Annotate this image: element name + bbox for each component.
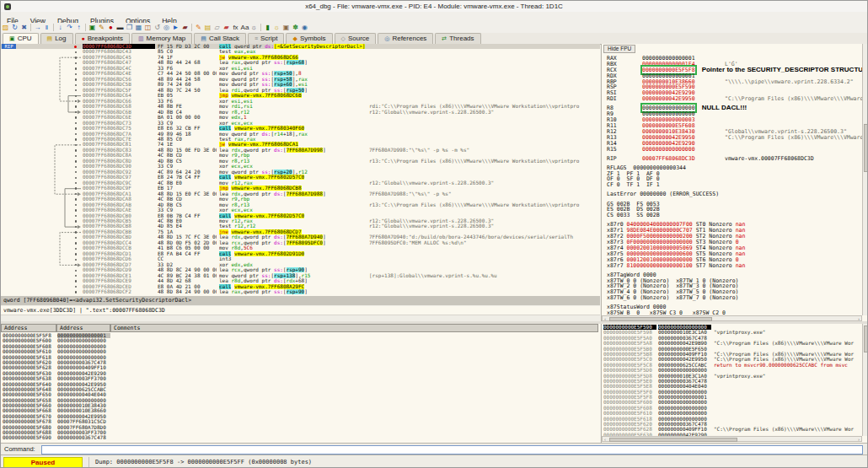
fx-icon[interactable]: fx xyxy=(231,23,240,33)
hide-fpu-button[interactable]: Hide FPU xyxy=(603,45,635,53)
row-dot-icon[interactable] xyxy=(75,111,77,113)
registers-text-line[interactable]: LastError 00000000 (ERROR_SUCCESS) xyxy=(607,191,860,197)
tab-call-stack[interactable]: ▤Call Stack xyxy=(194,33,246,44)
refresh-icon[interactable]: ↺ xyxy=(153,23,162,33)
row-dot-icon[interactable] xyxy=(75,166,77,168)
row-dot-icon[interactable] xyxy=(75,280,77,282)
row-dot-icon[interactable] xyxy=(75,291,77,293)
register-row-rip[interactable]: RIP00007FF68068DC3Dvmware-vmx.00007FF680… xyxy=(607,156,860,162)
search-icon[interactable]: ◎ xyxy=(162,23,171,33)
row-dot-icon[interactable] xyxy=(75,275,77,277)
close-icon[interactable]: ✖ xyxy=(19,23,29,33)
row-dot-icon[interactable] xyxy=(75,177,77,179)
stack-horizontal-scrollbar[interactable]: ‹› xyxy=(602,436,862,442)
stack-vertical-scrollbar[interactable] xyxy=(862,324,868,436)
registers-text-line[interactable]: x87TW_6 0 (Nonzero) x87TW_7 0 (Nonzero) xyxy=(607,295,860,301)
row-dot-icon[interactable] xyxy=(75,67,77,69)
registers-vertical-scrollbar[interactable] xyxy=(862,44,868,315)
row-dot-icon[interactable] xyxy=(75,155,77,157)
row-dot-icon[interactable] xyxy=(75,182,77,184)
memory-icon[interactable]: ▬ xyxy=(115,23,125,33)
tab-references[interactable]: ◎References xyxy=(378,33,433,44)
row-dot-icon[interactable] xyxy=(75,193,77,195)
registers-horizontal-scrollbar[interactable]: ‹› xyxy=(602,315,862,321)
eraser-icon[interactable]: ▰ xyxy=(222,23,231,33)
step-over-icon[interactable]: ↷ xyxy=(65,23,74,33)
tab-script[interactable]: ≡Script xyxy=(248,33,285,44)
x87-register-row[interactable]: x87r7 81000000000000000100 ST7 Nonzero n… xyxy=(607,263,860,269)
registers-text-line[interactable]: CF 0 TF 1 IF 1 xyxy=(607,182,860,188)
row-dot-icon[interactable] xyxy=(75,122,77,124)
tab-threads[interactable]: ⇄Threads xyxy=(435,33,480,44)
tab-cpu[interactable]: ▣CPU xyxy=(3,33,39,44)
flower-icon[interactable]: ✽ xyxy=(291,23,300,33)
dump-row[interactable]: 0000000000E5F690000000000367C478 xyxy=(1,435,600,440)
row-dot-icon[interactable] xyxy=(75,248,77,250)
run-icon[interactable]: → xyxy=(33,23,42,33)
row-dot-icon[interactable] xyxy=(75,231,77,233)
row-dot-icon[interactable] xyxy=(75,133,77,135)
plugin-icon[interactable]: ► xyxy=(171,23,180,33)
row-dot-icon[interactable] xyxy=(75,270,77,272)
row-dot-icon[interactable] xyxy=(75,226,77,228)
disasm-row[interactable]: 00007FF68068DCF248 8D 84 24 90 00 00 00l… xyxy=(1,289,600,294)
highlight-icon[interactable]: ▱ xyxy=(212,23,222,33)
row-dot-icon[interactable] xyxy=(75,89,77,91)
notes-icon[interactable]: ▤ xyxy=(203,23,212,33)
row-dot-icon[interactable] xyxy=(75,127,77,129)
register-row-r15[interactable]: R150000000000000000 xyxy=(607,147,860,153)
package-icon[interactable]: ◫ xyxy=(143,23,153,33)
window-icon[interactable]: ❐ xyxy=(125,23,134,33)
row-dot-icon[interactable] xyxy=(75,105,77,107)
row-dot-icon[interactable] xyxy=(75,209,77,211)
row-dot-icon[interactable] xyxy=(75,286,77,288)
tab-breakpoints[interactable]: ●Breakpoints xyxy=(75,33,130,44)
restart-icon[interactable]: ↻ xyxy=(10,23,19,33)
box-icon[interactable]: ▣ xyxy=(281,23,291,33)
lamp-icon[interactable]: ☼ xyxy=(272,23,281,33)
row-dot-icon[interactable] xyxy=(75,259,77,261)
row-dot-icon[interactable] xyxy=(75,242,77,244)
row-dot-icon[interactable] xyxy=(75,84,77,86)
command-input[interactable] xyxy=(41,445,863,455)
edit-icon[interactable]: ✎ xyxy=(97,23,106,33)
row-dot-icon[interactable] xyxy=(75,160,77,162)
cpu-icon[interactable]: ▣ xyxy=(88,23,97,33)
row-dot-icon[interactable] xyxy=(75,171,77,173)
row-dot-icon[interactable] xyxy=(75,62,77,64)
user-icon[interactable]: ☼ xyxy=(249,23,259,33)
row-dot-icon[interactable] xyxy=(75,138,77,140)
breakpoint-dot-icon[interactable] xyxy=(74,46,77,48)
row-dot-icon[interactable] xyxy=(75,253,77,255)
row-dot-icon[interactable] xyxy=(75,144,77,146)
grid-icon[interactable]: ▦ xyxy=(134,23,143,33)
step-into-icon[interactable]: ↓ xyxy=(56,23,65,33)
row-dot-icon[interactable] xyxy=(75,215,77,217)
tab-symbols[interactable]: ◆Symbols xyxy=(286,33,332,44)
row-dot-icon[interactable] xyxy=(75,237,77,239)
info-icon[interactable]: ◉ xyxy=(300,23,309,33)
row-dot-icon[interactable] xyxy=(75,220,77,222)
row-dot-icon[interactable] xyxy=(75,51,77,53)
breakpoint-icon[interactable]: ● xyxy=(106,23,115,33)
pencil-icon[interactable]: ✎ xyxy=(194,23,203,33)
row-dot-icon[interactable] xyxy=(75,95,77,97)
tab-source[interactable]: ◇Source xyxy=(335,33,377,44)
open-file-icon[interactable]: ▨ xyxy=(1,23,10,33)
row-dot-icon[interactable] xyxy=(75,149,77,151)
row-dot-icon[interactable] xyxy=(75,187,77,189)
row-dot-icon[interactable] xyxy=(75,78,77,80)
pause-icon[interactable]: ‖ xyxy=(42,23,51,33)
tab-log[interactable]: ▤Log xyxy=(40,33,73,44)
row-dot-icon[interactable] xyxy=(75,100,77,102)
row-dot-icon[interactable] xyxy=(75,73,77,75)
font-icon[interactable]: Aa xyxy=(240,23,249,33)
registers-text-line[interactable]: CS 0033 SS 002B xyxy=(607,212,860,218)
step-out-icon[interactable]: ↑ xyxy=(74,23,83,33)
tab-memory-map[interactable]: ▥Memory Map xyxy=(131,33,192,44)
chip-icon[interactable]: ▮ xyxy=(263,23,272,33)
row-dot-icon[interactable] xyxy=(75,204,77,206)
row-dot-icon[interactable] xyxy=(75,56,77,58)
row-dot-icon[interactable] xyxy=(75,116,77,118)
row-dot-icon[interactable] xyxy=(75,198,77,200)
